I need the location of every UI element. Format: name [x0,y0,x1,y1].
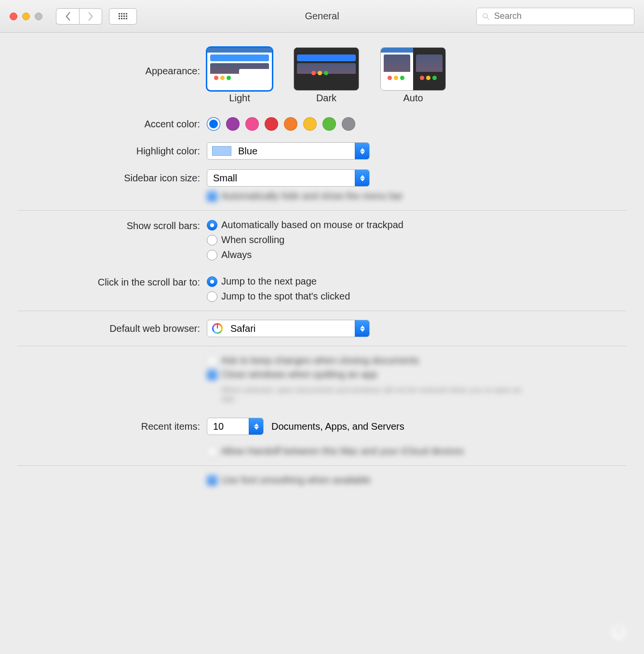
clickscroll-option-label: Jump to the next page [221,276,317,287]
window-controls [10,13,42,20]
chevron-updown-icon [355,320,369,337]
minimize-icon[interactable] [22,13,30,20]
accent-swatch[interactable] [342,117,355,131]
accent-swatch[interactable] [265,117,278,131]
svg-point-0 [483,14,487,18]
highlight-select[interactable]: Blue [207,142,370,160]
close-windows-note: When selected, open documents and window… [221,386,530,403]
close-windows-label: Close windows when quitting an app [221,369,377,380]
search-icon [482,12,490,21]
scrollbars-option[interactable]: Automatically based on mouse or trackpad [207,219,403,231]
scrollbars-option-label: Always [221,249,252,260]
font-smoothing-checkbox[interactable] [207,475,217,486]
recent-select[interactable]: 10 [207,418,264,435]
radio-icon [207,291,217,302]
appearance-option-dark[interactable]: Dark [294,47,359,104]
appearance-label: Appearance: [17,47,207,77]
clickscroll-option[interactable]: Jump to the next page [207,276,350,287]
font-smoothing-label: Use font smoothing when available [221,475,371,486]
compass-icon [212,323,223,334]
help-button[interactable]: ? [610,624,627,640]
radio-icon [207,276,217,287]
handoff-checkbox[interactable] [207,446,217,457]
sidebar-size-select[interactable]: Small [207,169,370,187]
scrollbars-option[interactable]: When scrolling [207,234,403,245]
clickscroll-option[interactable]: Jump to the spot that's clicked [207,291,350,302]
recent-label: Recent items: [17,421,207,432]
forward-button[interactable] [79,8,102,25]
chevron-updown-icon [249,418,263,435]
appearance-option-light[interactable]: Light [207,47,272,104]
sidebar-size-label: Sidebar icon size: [17,173,207,184]
highlight-label: Highlight color: [17,146,207,157]
accent-swatch[interactable] [226,117,240,131]
scrollbars-option-label: When scrolling [221,234,284,245]
accent-swatch[interactable] [284,117,297,131]
chevron-updown-icon [355,143,369,159]
radio-icon [207,250,217,260]
ask-keep-label: Ask to keep changes when closing documen… [221,355,419,366]
close-windows-checkbox[interactable] [207,369,217,380]
recent-suffix: Documents, Apps, and Servers [271,421,404,432]
menubar-hide-label: Automatically hide and show the menu bar [221,191,403,202]
show-all-button[interactable] [109,8,137,25]
handoff-label: Allow Handoff between this Mac and your … [221,446,464,457]
scrollbars-label: Show scroll bars: [17,219,207,232]
back-button[interactable] [56,8,79,25]
scrollbars-option-label: Automatically based on mouse or trackpad [221,219,403,231]
accent-label: Accent color: [17,119,207,130]
close-icon[interactable] [10,13,17,20]
grid-icon [119,13,127,19]
accent-swatches [207,117,627,131]
svg-line-1 [487,17,489,20]
accent-swatch[interactable] [303,117,317,131]
browser-label: Default web browser: [17,323,207,334]
highlight-swatch [212,146,231,156]
chevron-updown-icon [355,170,369,186]
accent-swatch[interactable] [245,117,259,131]
accent-swatch[interactable] [322,117,336,131]
menubar-hide-checkbox[interactable] [207,191,217,202]
search-field[interactable] [476,8,634,25]
clickscroll-option-label: Jump to the spot that's clicked [221,291,350,302]
ask-keep-checkbox[interactable] [207,355,217,366]
radio-icon [207,235,217,245]
search-input[interactable] [494,11,629,21]
appearance-option-auto[interactable]: Auto [380,47,446,104]
preferences-window: General Appearance: Light [0,0,644,654]
radio-icon [207,220,217,231]
zoom-icon [35,13,42,20]
accent-swatch[interactable] [207,117,220,131]
titlebar: General [0,0,644,33]
window-title: General [305,11,339,22]
preferences-content: Appearance: Light Dark [0,33,644,486]
clickscroll-label: Click in the scroll bar to: [17,276,207,288]
browser-select[interactable]: Safari [207,320,370,337]
scrollbars-option[interactable]: Always [207,249,403,260]
